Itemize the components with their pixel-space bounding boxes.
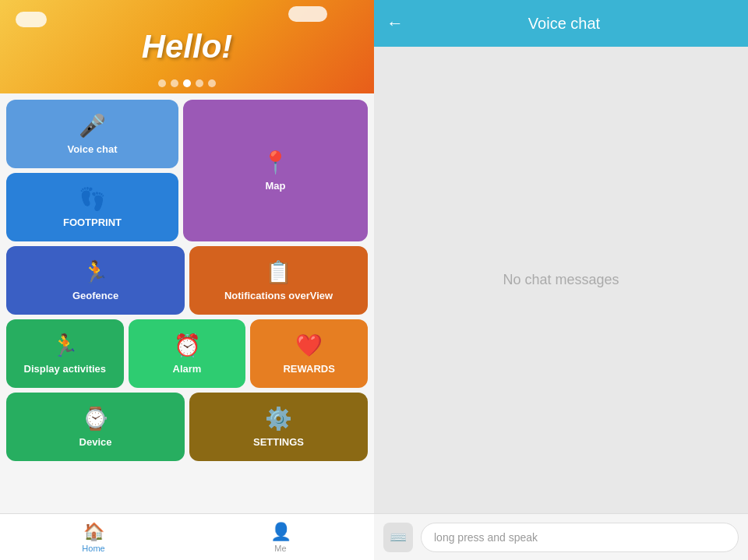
grid-container: 🎤 Voice chat 👣 FOOTPRINT 📍 Map 🏃 Geofenc…: [0, 93, 374, 513]
home-icon: 🏠: [83, 522, 104, 542]
dot-1[interactable]: [158, 79, 166, 87]
footprint-icon: 👣: [79, 186, 106, 212]
chat-body: No chat messages: [374, 47, 748, 513]
hello-text: Hello!: [142, 28, 233, 65]
keyboard-button[interactable]: ⌨️: [383, 523, 413, 552]
voice-input-field[interactable]: long press and speak: [421, 523, 739, 552]
rewards-label: REWARDS: [283, 363, 334, 375]
dot-3[interactable]: [183, 79, 191, 87]
geofence-icon: 🏃: [82, 259, 109, 285]
display-activities-tile[interactable]: 🏃 Display activities: [6, 319, 124, 388]
grid-row-1: 🎤 Voice chat 👣 FOOTPRINT 📍 Map: [6, 100, 368, 241]
grid-row-4: 🏃 Display activities ⏰ Alarm ❤️ REWARDS: [6, 319, 368, 388]
voice-chat-label: Voice chat: [67, 143, 117, 156]
microphone-icon: 🎤: [79, 113, 106, 139]
chat-input-bar: ⌨️ long press and speak: [374, 513, 748, 560]
hero-banner: Hello!: [0, 0, 374, 93]
no-messages-text: No chat messages: [503, 272, 619, 288]
person-icon: 👤: [270, 522, 291, 542]
alarm-label: Alarm: [173, 363, 202, 375]
voice-chat-tile[interactable]: 🎤 Voice chat: [6, 100, 178, 168]
notifications-tile[interactable]: 📋 Notifications overView: [189, 246, 368, 315]
left-column-top: 🎤 Voice chat 👣 FOOTPRINT: [6, 100, 178, 241]
cloud-decoration-2: [288, 6, 327, 22]
device-icon: ⌚: [82, 406, 109, 431]
home-label: Home: [82, 544, 104, 553]
chat-title: Voice chat: [416, 15, 712, 33]
map-label: Map: [266, 180, 286, 192]
chat-header: ← Voice chat: [374, 0, 748, 47]
notifications-label: Notifications overView: [224, 290, 333, 302]
map-pin-icon: 📍: [262, 150, 289, 175]
heart-icon: ❤️: [295, 333, 323, 358]
settings-label: SETTINGS: [253, 436, 304, 449]
settings-tile[interactable]: ⚙️ SETTINGS: [189, 393, 368, 461]
device-tile[interactable]: ⌚ Device: [6, 393, 185, 461]
back-button[interactable]: ←: [386, 13, 404, 33]
geofence-tile[interactable]: 🏃 Geofence: [6, 246, 185, 315]
me-label: Me: [274, 544, 286, 553]
device-label: Device: [79, 436, 112, 449]
notifications-icon: 📋: [265, 259, 292, 285]
left-panel: Hello! 🎤 Voice chat 👣 FOOTPRINT: [0, 0, 374, 560]
cloud-decoration-1: [16, 12, 47, 27]
rewards-tile[interactable]: ❤️ REWARDS: [250, 319, 368, 388]
bottom-navigation: 🏠 Home 👤 Me: [0, 513, 374, 560]
dot-2[interactable]: [171, 79, 178, 87]
geofence-label: Geofence: [72, 290, 118, 302]
nav-home[interactable]: 🏠 Home: [0, 514, 187, 560]
dot-4[interactable]: [196, 79, 203, 87]
map-tile[interactable]: 📍 Map: [183, 100, 368, 241]
keyboard-icon: ⌨️: [390, 529, 407, 546]
activity-icon: 🏃: [51, 333, 79, 358]
carousel-dots: [158, 79, 216, 87]
footprint-tile[interactable]: 👣 FOOTPRINT: [6, 173, 178, 241]
nav-me[interactable]: 👤 Me: [187, 514, 374, 560]
grid-row-5: ⌚ Device ⚙️ SETTINGS: [6, 393, 368, 461]
alarm-tile[interactable]: ⏰ Alarm: [129, 319, 246, 388]
grid-row-3: 🏃 Geofence 📋 Notifications overView: [6, 246, 368, 315]
display-activities-label: Display activities: [24, 363, 107, 375]
dot-5[interactable]: [208, 79, 216, 87]
settings-icon: ⚙️: [265, 406, 292, 431]
right-panel: ← Voice chat No chat messages ⌨️ long pr…: [374, 0, 748, 560]
alarm-icon: ⏰: [174, 333, 201, 358]
input-placeholder: long press and speak: [434, 531, 538, 544]
footprint-label: FOOTPRINT: [63, 217, 122, 229]
